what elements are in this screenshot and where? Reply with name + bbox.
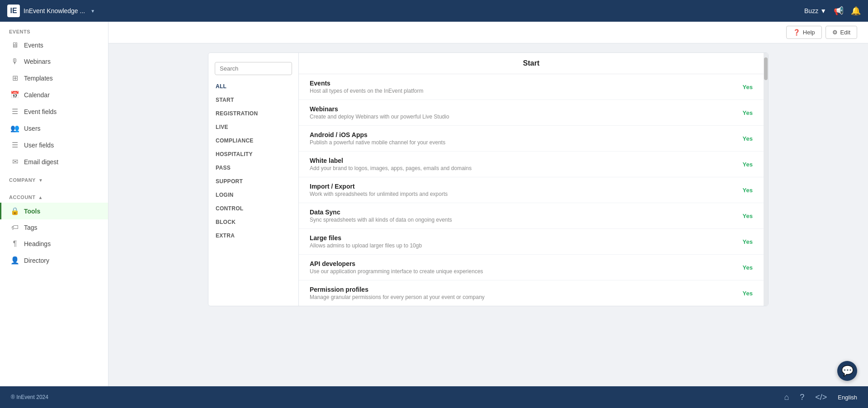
help-icon: ❓ <box>793 29 800 36</box>
sidebar-item-event-fields[interactable]: ☰ Event fields <box>0 103 108 120</box>
sidebar-item-directory[interactable]: 👤 Directory <box>0 252 108 269</box>
sidebar-item-webinars[interactable]: 🎙 Webinars <box>0 53 108 70</box>
sidebar-item-calendar[interactable]: 📅 Calendar <box>0 86 108 103</box>
scroll-thumb[interactable] <box>764 57 768 80</box>
bottom-bar-right: ⌂ ? </> English <box>784 393 857 402</box>
feature-row-whitelabel: White label Add your brand to logos, ima… <box>299 152 764 177</box>
sidebar-item-event-fields-label: Event fields <box>24 108 57 115</box>
feature-row-webinars: Webinars Create and deploy Webinars with… <box>299 100 764 126</box>
sidebar: EVENTS 🖥 Events 🎙 Webinars ⊞ Templates 📅… <box>0 22 108 386</box>
sidebar-item-tools[interactable]: 🔒 Tools <box>0 203 108 219</box>
feature-name-webinars: Webinars <box>310 105 739 113</box>
sidebar-item-tags[interactable]: 🏷 Tags <box>0 219 108 236</box>
templates-icon: ⊞ <box>10 74 19 82</box>
help-bottom-icon[interactable]: ? <box>800 393 804 402</box>
feature-status-apps: Yes <box>739 135 753 142</box>
feature-info-import: Import / Export Work with spreadsheets f… <box>310 183 739 197</box>
sidebar-item-users-label: Users <box>24 125 41 132</box>
filter-control[interactable]: CONTROL <box>208 202 298 215</box>
feature-status-datasync: Yes <box>739 213 753 219</box>
language-button[interactable]: English <box>838 394 857 401</box>
feature-panel: ALL START REGISTRATION LIVE COMPLIANCE H… <box>208 52 769 306</box>
feature-name-permissions: Permission profiles <box>310 286 739 293</box>
sidebar-item-email-digest-label: Email digest <box>24 158 58 166</box>
app-title: InEvent Knowledge ... <box>24 7 85 14</box>
feature-desc-webinars: Create and deploy Webinars with our powe… <box>310 114 739 120</box>
filter-live[interactable]: LIVE <box>208 120 298 134</box>
feature-name-whitelabel: White label <box>310 157 739 164</box>
content-topbar: ❓ Help ⚙ Edit <box>108 22 868 43</box>
copyright-text: ® InEvent 2024 <box>11 394 48 400</box>
feature-status-largefiles: Yes <box>739 238 753 245</box>
filter-start[interactable]: START <box>208 93 298 107</box>
filter-login[interactable]: LOGIN <box>208 188 298 202</box>
main-layout: EVENTS 🖥 Events 🎙 Webinars ⊞ Templates 📅… <box>0 22 868 386</box>
filter-all[interactable]: ALL <box>208 80 298 93</box>
header-left: IE InEvent Knowledge ... ▼ <box>7 5 95 17</box>
sidebar-item-templates-label: Templates <box>24 75 53 82</box>
filter-hospitality[interactable]: HOSPITALITY <box>208 147 298 161</box>
header-right: Buzz ▼ 📢 🔔 <box>804 6 861 16</box>
feature-name-import: Import / Export <box>310 183 739 190</box>
feature-info-events: Events Host all types of events on the I… <box>310 80 739 94</box>
sidebar-item-tags-label: Tags <box>24 224 38 231</box>
filter-compliance[interactable]: COMPLIANCE <box>208 134 298 147</box>
feature-desc-permissions: Manage granular permissions for every pe… <box>310 294 739 300</box>
feature-info-largefiles: Large files Allows admins to upload larg… <box>310 234 739 249</box>
feature-row-import: Import / Export Work with spreadsheets f… <box>299 177 764 203</box>
home-icon[interactable]: ⌂ <box>784 393 789 402</box>
feature-row-largefiles: Large files Allows admins to upload larg… <box>299 229 764 255</box>
sidebar-item-headings[interactable]: ¶ Headings <box>0 236 108 252</box>
calendar-icon: 📅 <box>10 90 19 99</box>
feature-name-largefiles: Large files <box>310 234 739 242</box>
feature-info-webinars: Webinars Create and deploy Webinars with… <box>310 105 739 120</box>
feature-status-api: Yes <box>739 264 753 271</box>
megaphone-icon[interactable]: 📢 <box>834 6 844 16</box>
feature-info-api: API developers Use our application progr… <box>310 260 739 275</box>
top-header: IE InEvent Knowledge ... ▼ Buzz ▼ 📢 🔔 <box>0 0 868 22</box>
feature-desc-whitelabel: Add your brand to logos, images, apps, p… <box>310 165 739 171</box>
feature-info-apps: Android / iOS Apps Publish a powerful na… <box>310 131 739 146</box>
account-label[interactable]: ACCOUNT <box>9 195 36 200</box>
filter-pass[interactable]: PASS <box>208 161 298 175</box>
feature-desc-datasync: Sync spreadsheets with all kinds of data… <box>310 217 739 223</box>
sidebar-item-templates[interactable]: ⊞ Templates <box>0 70 108 86</box>
chat-bubble[interactable]: 💬 <box>837 361 857 381</box>
feature-desc-api: Use our application programming interfac… <box>310 268 739 275</box>
sidebar-item-webinars-label: Webinars <box>24 58 51 65</box>
users-icon: 👥 <box>10 124 19 133</box>
filter-panel: ALL START REGISTRATION LIVE COMPLIANCE H… <box>208 53 299 306</box>
scroll-indicator <box>764 53 768 306</box>
headings-icon: ¶ <box>10 240 19 248</box>
feature-status-webinars: Yes <box>739 109 753 116</box>
feature-info-permissions: Permission profiles Manage granular perm… <box>310 286 739 300</box>
sidebar-item-email-digest[interactable]: ✉ Email digest <box>0 153 108 170</box>
feature-row-api: API developers Use our application progr… <box>299 255 764 280</box>
sidebar-item-events[interactable]: 🖥 Events <box>0 37 108 53</box>
feature-row-apps: Android / iOS Apps Publish a powerful na… <box>299 126 764 152</box>
filter-block[interactable]: BLOCK <box>208 215 298 229</box>
feature-status-permissions: Yes <box>739 290 753 297</box>
filter-search-container <box>208 57 298 80</box>
help-button[interactable]: ❓ Help <box>786 26 822 39</box>
sidebar-item-users[interactable]: 👥 Users <box>0 120 108 137</box>
feature-desc-largefiles: Allows admins to upload larger files up … <box>310 242 739 249</box>
edit-button[interactable]: ⚙ Edit <box>826 26 857 39</box>
feature-status-events: Yes <box>739 84 753 90</box>
bottom-bar: ® InEvent 2024 ⌂ ? </> English <box>0 386 868 408</box>
features-content: Start Events Host all types of events on… <box>299 53 764 306</box>
filter-extra[interactable]: EXTRA <box>208 229 298 242</box>
buzz-button[interactable]: Buzz ▼ <box>804 7 826 14</box>
features-header: Start <box>299 53 764 74</box>
search-input[interactable] <box>215 62 292 75</box>
sidebar-item-user-fields[interactable]: ☰ User fields <box>0 137 108 153</box>
filter-support[interactable]: SUPPORT <box>208 175 298 188</box>
filter-registration[interactable]: REGISTRATION <box>208 107 298 120</box>
code-icon[interactable]: </> <box>815 393 827 402</box>
notification-icon[interactable]: 🔔 <box>851 6 861 16</box>
email-digest-icon: ✉ <box>10 157 19 166</box>
feature-row-datasync: Data Sync Sync spreadsheets with all kin… <box>299 203 764 229</box>
header-dropdown-icon[interactable]: ▼ <box>90 9 95 14</box>
panel-area: ALL START REGISTRATION LIVE COMPLIANCE H… <box>108 43 868 386</box>
company-section: COMPANY ▼ <box>0 170 108 185</box>
